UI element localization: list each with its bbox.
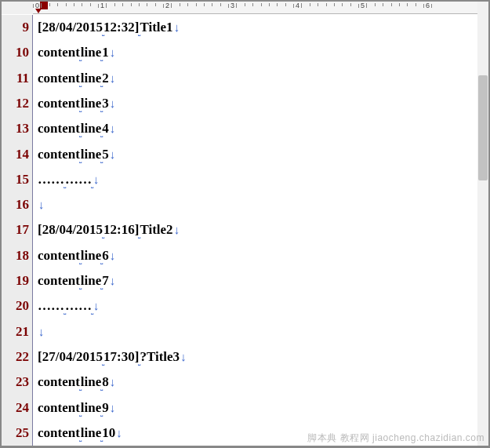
ruler-minor-tick bbox=[261, 3, 262, 6]
text-line[interactable]: [28/04/2015˽12:16]˽Title2↓ bbox=[38, 217, 477, 242]
ruler-minor-tick bbox=[375, 3, 376, 6]
ruler-tick-label: 0 bbox=[35, 2, 39, 9]
text-line[interactable]: content˽line˽3↓ bbox=[38, 91, 477, 116]
text-segment: content bbox=[38, 268, 80, 293]
text-segment: line bbox=[81, 142, 101, 167]
text-segment: line bbox=[81, 116, 101, 141]
space-mark-icon: ˽ bbox=[102, 349, 104, 374]
ruler-minor-tick bbox=[41, 3, 42, 6]
return-mark-icon: ↓ bbox=[110, 40, 116, 65]
ruler-minor-tick bbox=[187, 3, 188, 6]
ruler-tick-label: 1 bbox=[100, 2, 104, 9]
text-segment: [28/04/2015 bbox=[38, 217, 103, 242]
return-mark-icon: ↓ bbox=[110, 243, 116, 268]
ruler-minor-tick bbox=[391, 3, 392, 6]
line-number-gutter: 910111213141516171819202122232425 bbox=[2, 15, 33, 446]
text-segment: line bbox=[81, 421, 101, 446]
space-mark-icon: ˽ bbox=[100, 45, 103, 70]
text-segment: content bbox=[38, 395, 80, 421]
space-mark-icon: ˽ bbox=[100, 273, 103, 298]
space-mark-icon: ˽ bbox=[100, 96, 103, 121]
text-line[interactable]: content˽line˽7↓ bbox=[38, 268, 477, 293]
text-line[interactable]: content˽line˽4↓ bbox=[38, 116, 477, 141]
text-segment: content bbox=[38, 243, 80, 268]
text-segment: 9 bbox=[102, 395, 109, 421]
ruler-minor-tick bbox=[131, 3, 132, 6]
space-mark-icon: ˽ bbox=[79, 273, 82, 298]
text-segment: content bbox=[38, 116, 80, 141]
text-line[interactable]: ……˽……˽↓ bbox=[38, 293, 477, 319]
text-line[interactable]: [28/04/2015˽12:32]˽Title1↓ bbox=[38, 15, 477, 40]
return-mark-icon: ↓ bbox=[110, 66, 116, 91]
line-number: 19 bbox=[2, 268, 29, 293]
line-number: 18 bbox=[2, 243, 29, 268]
text-line[interactable]: content˽line˽2↓ bbox=[38, 66, 477, 91]
text-line[interactable]: content˽line˽9↓ bbox=[38, 395, 477, 420]
ruler-tick-label: 2 bbox=[165, 2, 169, 9]
line-number: 21 bbox=[2, 319, 29, 344]
text-segment: line bbox=[81, 91, 101, 116]
text-segment: …… bbox=[38, 293, 64, 319]
ruler-minor-tick bbox=[204, 3, 205, 6]
space-mark-icon: ˽ bbox=[64, 172, 66, 197]
space-mark-icon: ˽ bbox=[102, 222, 104, 247]
text-segment: line bbox=[81, 66, 101, 91]
text-line[interactable]: ……˽……˽↓ bbox=[38, 167, 477, 192]
space-mark-icon: ˽ bbox=[138, 349, 140, 374]
text-segment: [27/04/2015 bbox=[38, 344, 103, 370]
text-segment: ?Title3 bbox=[140, 344, 180, 370]
text-segment: content bbox=[38, 370, 80, 395]
text-line[interactable]: content˽line˽5↓ bbox=[38, 141, 477, 166]
text-segment: 12:16] bbox=[103, 217, 139, 242]
ruler-tick-label: 6 bbox=[426, 2, 430, 9]
ruler-tick: 6 bbox=[423, 2, 432, 9]
line-number: 11 bbox=[2, 66, 29, 91]
ruler-minor-tick bbox=[236, 3, 237, 6]
line-number: 25 bbox=[2, 421, 29, 446]
return-mark-icon: ↓ bbox=[174, 217, 180, 242]
text-line[interactable]: ↓ bbox=[38, 192, 477, 217]
space-mark-icon: ˽ bbox=[79, 147, 82, 172]
text-segment: line bbox=[81, 243, 101, 268]
return-mark-icon: ↓ bbox=[93, 293, 100, 319]
ruler-minor-tick bbox=[269, 3, 270, 6]
space-mark-icon: ˽ bbox=[79, 425, 82, 448]
line-number: 12 bbox=[2, 91, 29, 116]
scrollbar-thumb[interactable] bbox=[478, 75, 488, 180]
return-mark-icon: ↓ bbox=[180, 344, 187, 370]
text-segment: content bbox=[38, 40, 80, 65]
line-number: 9 bbox=[2, 15, 29, 40]
space-mark-icon: ˽ bbox=[79, 45, 82, 70]
space-mark-icon: ˽ bbox=[91, 298, 93, 323]
ruler-minor-tick bbox=[334, 3, 335, 6]
vertical-scrollbar[interactable] bbox=[477, 2, 488, 446]
ruler-minor-tick bbox=[277, 3, 278, 6]
ruler-tick: 3 bbox=[228, 2, 237, 9]
space-mark-icon: ˽ bbox=[102, 20, 104, 45]
return-mark-icon: ↓ bbox=[110, 91, 116, 116]
space-mark-icon: ˽ bbox=[91, 172, 93, 197]
text-content-area[interactable]: [28/04/2015˽12:32]˽Title1↓content˽line˽1… bbox=[33, 15, 477, 446]
text-segment: …… bbox=[38, 167, 64, 192]
return-mark-icon: ↓ bbox=[116, 421, 122, 446]
space-mark-icon: ˽ bbox=[100, 374, 103, 399]
line-number: 15 bbox=[2, 167, 29, 192]
ruler-tick-label: 5 bbox=[361, 2, 365, 9]
line-number: 23 bbox=[2, 370, 29, 395]
ruler-minor-tick bbox=[220, 3, 221, 6]
ruler-tick: 2 bbox=[163, 2, 172, 9]
space-mark-icon: ˽ bbox=[138, 222, 140, 247]
text-line[interactable]: [27/04/2015˽17:30]˽?Title3↓ bbox=[38, 344, 477, 370]
text-line[interactable]: ↓ bbox=[38, 319, 477, 344]
ruler-minor-tick bbox=[212, 3, 212, 6]
text-line[interactable]: content˽line˽10↓ bbox=[38, 421, 477, 446]
horizontal-ruler[interactable]: 0123456 bbox=[33, 2, 477, 14]
ruler-minor-tick bbox=[310, 3, 310, 6]
line-number: 20 bbox=[2, 293, 29, 319]
line-number: 16 bbox=[2, 192, 29, 217]
ruler-minor-tick bbox=[155, 3, 156, 6]
ruler-tick: 5 bbox=[358, 2, 367, 9]
ruler-minor-tick bbox=[114, 3, 115, 6]
line-number: 22 bbox=[2, 344, 29, 370]
space-mark-icon: ˽ bbox=[79, 71, 82, 96]
